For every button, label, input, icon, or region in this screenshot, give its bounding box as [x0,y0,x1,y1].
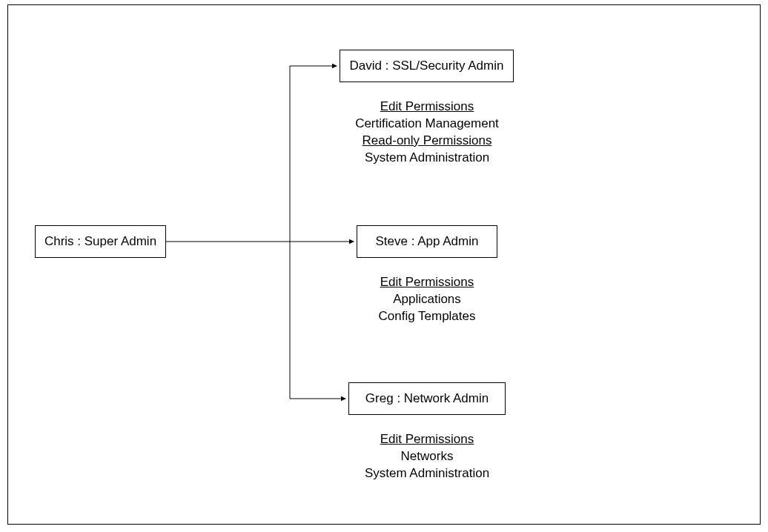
perm-header: Edit Permissions [331,274,523,291]
node-david: David : SSL/Security Admin [340,50,514,82]
node-greg-label: Greg : Network Admin [365,391,489,406]
perm-item: Applications [331,291,523,308]
node-steve-label: Steve : App Admin [376,234,479,249]
perm-item: Config Templates [331,308,523,325]
perm-item: Certification Management [331,116,523,133]
node-greg: Greg : Network Admin [348,382,506,415]
permissions-steve: Edit Permissions Applications Config Tem… [331,274,523,325]
perm-item: System Administration [331,150,523,167]
perm-header: Edit Permissions [331,99,523,116]
perm-header: Edit Permissions [331,431,523,448]
permissions-greg: Edit Permissions Networks System Adminis… [331,431,523,482]
node-david-label: David : SSL/Security Admin [350,59,504,73]
perm-item: System Administration [331,465,523,482]
perm-header: Read-only Permissions [331,133,523,150]
permissions-david: Edit Permissions Certification Managemen… [331,99,523,167]
perm-item: Networks [331,448,523,465]
node-steve: Steve : App Admin [357,225,497,258]
node-root: Chris : Super Admin [35,225,166,258]
node-root-label: Chris : Super Admin [44,234,156,249]
diagram-canvas: Chris : Super Admin David : SSL/Security… [0,0,768,532]
